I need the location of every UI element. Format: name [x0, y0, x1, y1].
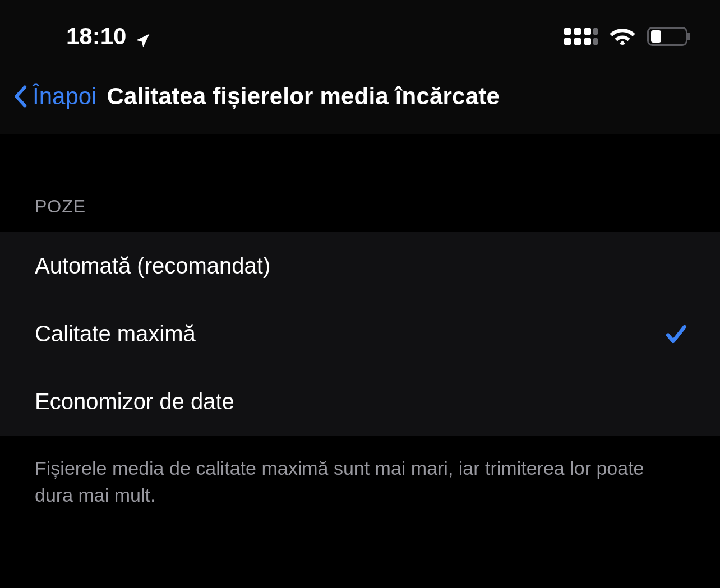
option-auto[interactable]: Automată (recomandat) — [0, 232, 720, 300]
status-left: 18:10 — [66, 23, 151, 50]
checkmark-icon — [664, 322, 689, 346]
nav-bar: Înapoi Calitatea fișierelor media încărc… — [0, 73, 720, 135]
section-footer: Fișierele media de calitate maximă sunt … — [0, 436, 720, 508]
back-label: Înapoi — [33, 83, 96, 110]
option-max-quality[interactable]: Calitate maximă — [0, 300, 720, 368]
section-header-poze: POZE — [0, 135, 720, 232]
status-right — [564, 25, 687, 48]
wifi-icon — [609, 25, 636, 48]
option-data-saver[interactable]: Economizor de date — [0, 368, 720, 436]
cellular-icon — [564, 28, 598, 45]
status-time: 18:10 — [66, 23, 126, 50]
option-label: Calitate maximă — [35, 321, 196, 346]
content: POZE Automată (recomandat) Calitate maxi… — [0, 135, 720, 508]
chevron-left-icon — [13, 85, 27, 108]
battery-icon — [647, 27, 687, 46]
location-icon — [134, 28, 151, 45]
status-bar: 18:10 — [0, 0, 720, 73]
option-label: Automată (recomandat) — [35, 253, 270, 279]
option-label: Economizor de date — [35, 389, 234, 414]
back-button[interactable]: Înapoi — [13, 83, 96, 110]
page-title: Calitatea fișierelor media încărcate — [107, 83, 500, 110]
options-list: Automată (recomandat) Calitate maximă Ec… — [0, 232, 720, 436]
